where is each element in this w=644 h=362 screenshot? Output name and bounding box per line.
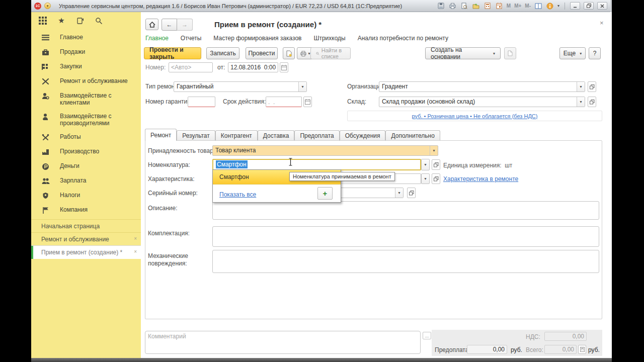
- sidebar-item-manufacturer-interaction[interactable]: Взаимодействие с производителями: [31, 109, 141, 130]
- date-calendar-icon[interactable]: [280, 62, 288, 72]
- doc-tab-counterparty[interactable]: Контрагент: [215, 130, 258, 141]
- close-window-button[interactable]: [597, 2, 607, 10]
- sidebar-item-company[interactable]: Компания: [31, 203, 141, 217]
- warehouse-select[interactable]: Склад продажи (основной склад)▾: [379, 97, 585, 107]
- sidebar-item-production[interactable]: Производство: [31, 144, 141, 159]
- repair-type-select[interactable]: Гарантийный▾: [174, 81, 307, 92]
- sidebar-item-money[interactable]: Деньги: [31, 159, 141, 173]
- price-settings-link[interactable]: руб. • Розничная цена • Не облагается (б…: [412, 113, 538, 119]
- section-tab-barcodes[interactable]: Штрихкоды: [313, 35, 345, 42]
- favorites-star-icon[interactable]: ★: [57, 16, 66, 25]
- dropdown-arrow-icon[interactable]: ▾: [430, 146, 438, 155]
- damage-textarea[interactable]: [212, 250, 599, 273]
- minimize-button[interactable]: [570, 2, 580, 10]
- doc-tab-delivery[interactable]: Доставка: [258, 130, 295, 141]
- organization-select[interactable]: Градиент▾: [379, 81, 585, 92]
- doc-tab-prepayment[interactable]: Предоплата: [294, 130, 339, 141]
- history-icon[interactable]: [75, 16, 85, 25]
- create-based-on-button[interactable]: Создать на основании▾: [425, 47, 501, 59]
- doc-tab-additional[interactable]: Дополнительно: [385, 130, 440, 141]
- more-button[interactable]: Еще▾: [559, 47, 586, 59]
- section-tab-order-wizard[interactable]: Мастер формирования заказов: [213, 35, 301, 42]
- memory-m-plus-icon[interactable]: M+: [514, 3, 521, 9]
- dropdown-arrow-icon[interactable]: ▾: [577, 82, 585, 92]
- back-button[interactable]: ←: [162, 19, 177, 31]
- characteristic-dropdown-icon[interactable]: ▾: [421, 173, 430, 184]
- home-button[interactable]: [145, 19, 158, 30]
- 1c-app-icon[interactable]: 1С: [34, 3, 41, 10]
- help-button[interactable]: ?: [589, 47, 601, 59]
- tab-repair-intake[interactable]: Прием в ремонт (создание) *×: [31, 245, 141, 259]
- nomenclature-dropdown-icon[interactable]: ▾: [421, 159, 430, 170]
- number-input[interactable]: [169, 62, 213, 72]
- linked-docs-button[interactable]: [504, 47, 516, 59]
- dropdown-arrow-icon[interactable]: ▾: [577, 97, 585, 107]
- add-new-plus-button[interactable]: +: [317, 187, 333, 200]
- doc-tab-repair[interactable]: Ремонт: [145, 129, 177, 141]
- close-tab-icon[interactable]: ×: [134, 249, 137, 254]
- prepayment-currency: руб.: [511, 346, 522, 353]
- sidebar-item-main[interactable]: Главное: [31, 30, 141, 45]
- calculator-icon[interactable]: [484, 2, 492, 10]
- characteristic-open-icon[interactable]: [432, 173, 440, 184]
- comment-expand-button[interactable]: ...: [423, 332, 431, 339]
- validity-date-input[interactable]: [266, 97, 302, 107]
- post-button[interactable]: Провести: [246, 47, 278, 59]
- vat-label: НДС:: [526, 333, 540, 340]
- sidebar-item-salary[interactable]: Зарплата: [31, 173, 141, 188]
- search-icon[interactable]: [94, 16, 103, 25]
- section-tab-repair-demand[interactable]: Анализ потребности по ремонту: [358, 35, 448, 42]
- find-in-list-button[interactable]: Найти в списке: [310, 47, 351, 59]
- dropdown-arrow-icon[interactable]: ▾: [298, 82, 306, 92]
- split-window-icon[interactable]: [534, 2, 542, 10]
- sidebar-item-client-interaction[interactable]: Взаимодействие с клиентами: [31, 88, 141, 109]
- nomenclature-open-icon[interactable]: [432, 159, 440, 170]
- calendar-icon[interactable]: [495, 2, 503, 10]
- preview-icon[interactable]: [460, 2, 468, 10]
- post-and-close-button[interactable]: Провести и закрыть: [144, 47, 201, 59]
- print-icon[interactable]: [449, 2, 457, 10]
- close-form-icon[interactable]: ×: [600, 19, 604, 27]
- sidebar-item-repair-service[interactable]: Ремонт и обслуживание: [31, 74, 141, 88]
- prepayment-input[interactable]: [467, 345, 507, 354]
- show-all-link[interactable]: Показать все: [219, 191, 256, 198]
- section-tab-reports[interactable]: Отчеты: [181, 35, 201, 42]
- save-icon[interactable]: [437, 2, 445, 10]
- info-icon[interactable]: [546, 2, 554, 10]
- organization-open-icon[interactable]: [588, 81, 596, 92]
- total-calculator-icon[interactable]: [578, 345, 586, 354]
- forward-button[interactable]: →: [177, 19, 193, 31]
- completeness-textarea[interactable]: [212, 226, 599, 247]
- doc-tab-result[interactable]: Результат: [177, 130, 215, 141]
- tab-home-page[interactable]: Начальная страница: [31, 219, 141, 232]
- sidebar-item-sales[interactable]: Продажи: [31, 45, 141, 59]
- ownership-select[interactable]: Товар клиента▾: [212, 145, 438, 156]
- sections-menu-icon[interactable]: [38, 16, 47, 25]
- doc-tab-discussions[interactable]: Обсуждения: [340, 130, 386, 141]
- dropdown-arrow-icon[interactable]: ▾: [395, 188, 403, 198]
- warranty-number-input[interactable]: [188, 97, 215, 107]
- description-textarea[interactable]: [212, 201, 599, 220]
- section-tab-main[interactable]: Главное: [145, 35, 169, 42]
- serial-open-icon[interactable]: [407, 188, 416, 198]
- close-tab-icon[interactable]: ×: [134, 236, 137, 241]
- characteristic-in-repair-link[interactable]: Характеристика в ремонте: [443, 175, 518, 183]
- window-bottom-frame: [31, 358, 612, 362]
- system-menu-icon[interactable]: ▾: [44, 3, 51, 9]
- tab-repair-service[interactable]: Ремонт и обслуживание×: [31, 232, 141, 245]
- open-folder-icon[interactable]: [472, 2, 480, 10]
- restore-button[interactable]: [584, 2, 594, 10]
- nomenclature-input[interactable]: Смартфон: [212, 159, 421, 170]
- info-dropdown-icon[interactable]: ▾: [557, 4, 559, 8]
- validity-calendar-icon[interactable]: [303, 97, 312, 107]
- print-receipt-button[interactable]: [283, 47, 295, 59]
- warehouse-open-icon[interactable]: [588, 97, 596, 107]
- sidebar-item-purchases[interactable]: Закупки: [31, 59, 141, 74]
- memory-m-minus-icon[interactable]: M-: [525, 3, 531, 9]
- date-input[interactable]: [228, 62, 278, 72]
- comment-textarea[interactable]: [145, 331, 421, 354]
- save-button[interactable]: Записать: [206, 47, 239, 59]
- sidebar-item-taxes[interactable]: Налоги: [31, 188, 141, 203]
- memory-m-icon[interactable]: M: [507, 3, 511, 9]
- sidebar-item-works[interactable]: Работы: [31, 130, 141, 144]
